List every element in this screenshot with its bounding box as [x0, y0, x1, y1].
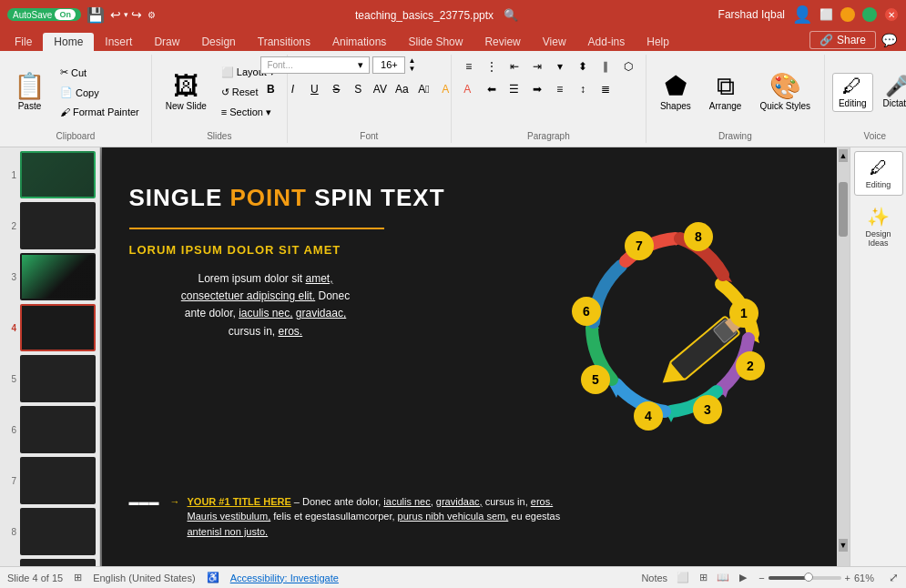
font-size-input[interactable]: 16+ — [372, 56, 405, 74]
shadow-button[interactable]: S — [348, 79, 368, 99]
undo-icon[interactable]: ↩ — [110, 7, 121, 22]
char-spacing-button[interactable]: AV — [370, 79, 390, 99]
font-name-dropdown[interactable]: Font...▾ — [260, 56, 370, 74]
format-buttons: B I U S S AV Aa A⃝ A A — [260, 79, 477, 99]
redo-icon[interactable]: ↪ — [131, 7, 142, 22]
design-ideas-panel-button[interactable]: ✨ Design Ideas — [854, 199, 903, 254]
paste-button[interactable]: 📋 Paste — [7, 70, 52, 115]
align-left-button[interactable]: ⬅ — [482, 79, 502, 99]
tab-design[interactable]: Design — [190, 33, 246, 51]
language-label: English (United States) — [93, 573, 196, 583]
paragraph-label: Paragraph — [527, 129, 570, 141]
vertical-scrollbar[interactable]: ▲ ▼ — [837, 147, 850, 566]
customize-icon[interactable]: ⚙ — [148, 10, 156, 20]
status-right: Notes ⬜ ⊞ 📖 ▶ − + 61% ⤢ — [641, 570, 899, 586]
title-point: POINT — [230, 184, 315, 211]
tab-slideshow[interactable]: Slide Show — [397, 33, 473, 51]
accessibility-label[interactable]: Accessibility: Investigate — [230, 573, 339, 583]
slide-canvas[interactable]: SINGLE POINT SPIN TEXT LORUM IPSUM DOLOR… — [102, 147, 849, 566]
align-center-button[interactable]: ☰ — [504, 79, 524, 99]
justify-button[interactable]: ≡ — [550, 79, 570, 99]
maximize-button[interactable] — [862, 7, 877, 22]
underline-button[interactable]: U — [304, 79, 324, 99]
slide-thumb-9[interactable]: 9 — [4, 559, 96, 566]
quick-styles-icon: 🎨 — [769, 74, 801, 99]
list-bullets-button[interactable]: ≡ — [459, 56, 479, 76]
copy-button[interactable]: 📄Copy — [56, 84, 144, 101]
slide-thumb-4[interactable]: 4 — [4, 304, 96, 351]
scroll-up-button[interactable]: ▲ — [839, 149, 848, 162]
slide-thumb-7[interactable]: 7 — [4, 457, 96, 504]
increase-indent-button[interactable]: ⇥ — [527, 56, 547, 76]
slide-thumb-8[interactable]: 8 — [4, 508, 96, 555]
zoom-out-button[interactable]: − — [758, 573, 764, 583]
new-slide-button[interactable]: 🖼 New Slide — [159, 70, 213, 115]
close-button[interactable]: ✕ — [884, 7, 899, 22]
clear-format-button[interactable]: A⃝ — [413, 79, 433, 99]
search-icon[interactable]: 🔍 — [504, 8, 518, 22]
arrange-button[interactable]: ⧉ Arrange — [703, 70, 748, 115]
notes-button[interactable]: Notes — [641, 573, 667, 583]
slide-thumb-5[interactable]: 5 — [4, 355, 96, 402]
normal-view-button[interactable]: ⬜ — [675, 570, 691, 586]
tab-animations[interactable]: Animations — [321, 33, 397, 51]
editing-panel-button[interactable]: 🖊 Editing — [854, 151, 903, 196]
tab-insert[interactable]: Insert — [94, 33, 143, 51]
tab-addins[interactable]: Add-ins — [577, 33, 636, 51]
dictate-button[interactable]: 🎤 Dictate — [877, 73, 906, 112]
shapes-button[interactable]: ⬟ Shapes — [654, 70, 697, 115]
minimize-button[interactable] — [840, 7, 855, 22]
smart-art-button[interactable]: ⬡ — [618, 56, 638, 76]
line-spacing-button[interactable]: ↕ — [573, 79, 593, 99]
zoom-slider-track[interactable] — [769, 576, 841, 580]
zoom-percent[interactable]: 61% — [854, 573, 881, 583]
zoom-slider-thumb[interactable] — [804, 573, 813, 582]
strikethrough-button[interactable]: S — [326, 79, 346, 99]
ribbon-toggle[interactable]: ⬜ — [819, 8, 833, 21]
autosave-badge[interactable]: AutoSave On — [7, 8, 81, 21]
undo-dropdown[interactable]: ▾ — [124, 10, 128, 19]
cut-button[interactable]: ✂Cut — [56, 64, 144, 81]
tab-draw[interactable]: Draw — [143, 33, 190, 51]
tab-home[interactable]: Home — [43, 33, 94, 51]
slide-sorter-button[interactable]: ⊞ — [695, 570, 711, 586]
scroll-down-button[interactable]: ▼ — [839, 539, 848, 552]
case-button[interactable]: Aa — [392, 79, 412, 99]
font-size-up[interactable]: ▲ — [408, 56, 415, 65]
right-arrow-icon: → — [170, 494, 180, 510]
slide-thumb-3[interactable]: 3 — [4, 253, 96, 300]
editing-button[interactable]: 🖊 Editing — [832, 73, 873, 112]
quick-styles-button[interactable]: 🎨 Quick Styles — [753, 70, 817, 115]
align-right-button[interactable]: ➡ — [527, 79, 547, 99]
format-painter-button[interactable]: 🖌Format Painter — [56, 104, 144, 120]
slide-thumb-6[interactable]: 6 — [4, 406, 96, 453]
tab-help[interactable]: Help — [636, 33, 680, 51]
main-area: 1 2 3 4 5 6 — [0, 147, 906, 566]
scroll-thumb[interactable] — [839, 182, 848, 237]
tab-file[interactable]: File — [4, 33, 43, 51]
font-size-down[interactable]: ▼ — [408, 65, 415, 73]
voice-content: 🖊 Editing 🎤 Dictate — [832, 56, 906, 127]
tab-transitions[interactable]: Transitions — [247, 33, 321, 51]
title-bar-right: Farshad Iqbal 👤 ⬜ ✕ — [718, 5, 899, 25]
fit-slide-button[interactable]: ⤢ — [889, 571, 899, 584]
list-numbers-button[interactable]: ⋮ — [482, 56, 502, 76]
para-spacing-button[interactable]: ≣ — [596, 79, 616, 99]
clipboard-label: Clipboard — [56, 129, 95, 141]
italic-button[interactable]: I — [282, 79, 302, 99]
paragraph-more[interactable]: ▾ — [550, 56, 570, 76]
slide-thumb-2[interactable]: 2 — [4, 202, 96, 249]
text-direction-button[interactable]: ⬍ — [573, 56, 593, 76]
tab-review[interactable]: Review — [473, 33, 531, 51]
text-columns-button[interactable]: ∥ — [596, 56, 616, 76]
autosave-toggle[interactable]: On — [55, 9, 76, 20]
slide-thumb-1[interactable]: 1 — [4, 151, 96, 198]
reading-view-button[interactable]: 📖 — [715, 570, 731, 586]
bold-button[interactable]: B — [260, 79, 280, 99]
share-button[interactable]: 🔗Share — [809, 31, 876, 49]
decrease-indent-button[interactable]: ⇤ — [504, 56, 524, 76]
comments-icon[interactable]: 💬 — [876, 31, 902, 49]
slide-show-button[interactable]: ▶ — [735, 570, 751, 586]
zoom-in-button[interactable]: + — [845, 573, 850, 583]
tab-view[interactable]: View — [532, 33, 577, 51]
